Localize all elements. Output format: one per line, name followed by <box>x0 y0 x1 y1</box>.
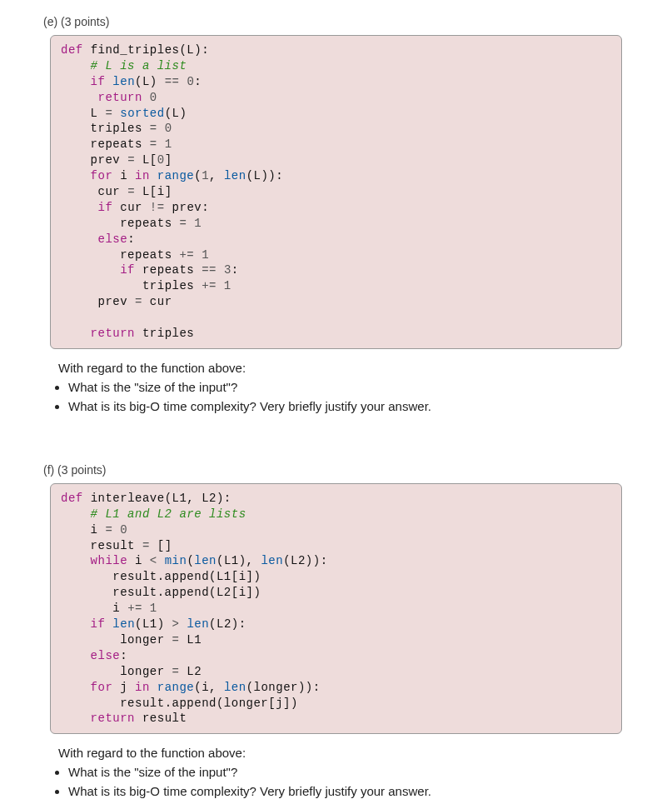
problem-label: (f) <box>43 463 54 477</box>
page-content: (e) (3 points) def find_triples(L): # L … <box>0 0 672 804</box>
problem-label: (e) <box>43 15 57 28</box>
list-item: What is its big-O time complexity? Very … <box>68 784 622 798</box>
list-item: What is the "size of the input"? <box>68 380 622 394</box>
spacer <box>50 437 622 457</box>
problem-points: (3 points) <box>61 15 109 28</box>
problem-points: (3 points) <box>57 463 106 477</box>
problem-e-header: (e) (3 points) <box>43 15 622 28</box>
code-block-f: def interleave(L1, L2): # L1 and L2 are … <box>50 483 622 734</box>
prompt-text-f: With regard to the function above: <box>58 746 622 760</box>
code-block-e: def find_triples(L): # L is a list if le… <box>50 35 622 349</box>
problem-f-header: (f) (3 points) <box>43 463 622 477</box>
question-list-f: What is the "size of the input"? What is… <box>68 765 622 798</box>
question-list-e: What is the "size of the input"? What is… <box>68 380 622 413</box>
list-item: What is the "size of the input"? <box>68 765 622 779</box>
prompt-text-e: With regard to the function above: <box>58 361 622 375</box>
list-item: What is its big-O time complexity? Very … <box>68 399 622 413</box>
